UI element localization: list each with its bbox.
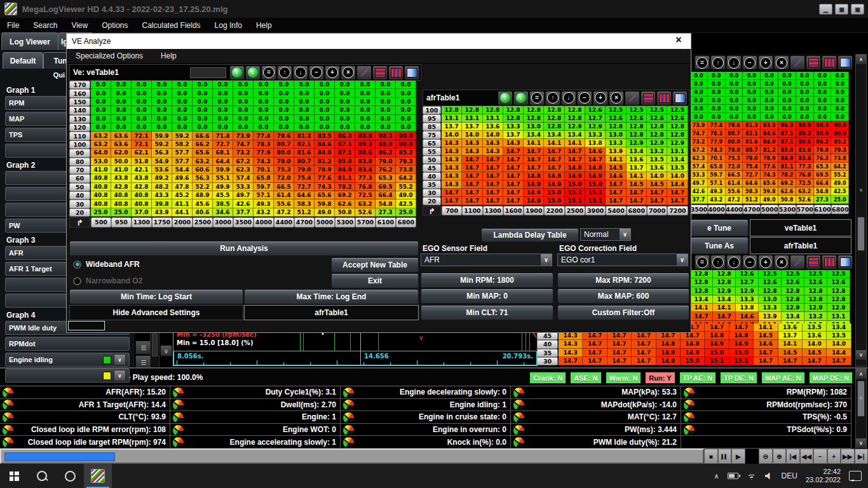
row-header[interactable]: 150 [69, 98, 90, 106]
table-cell[interactable]: 0.0 [233, 123, 254, 132]
table-cell[interactable]: 14.7 [656, 332, 681, 340]
table-cell[interactable]: 15.0 [585, 180, 606, 189]
table-cell[interactable]: 0.0 [233, 115, 254, 123]
table-cell[interactable]: 12.5 [759, 270, 782, 278]
table-cell[interactable]: 14.8 [705, 332, 729, 340]
table-cell[interactable]: 0.0 [213, 89, 233, 97]
table-cell[interactable]: 14.7 [462, 164, 482, 172]
table-cell[interactable]: 69.2 [335, 191, 355, 200]
table-cell[interactable]: 14.9 [524, 180, 544, 189]
menu-view[interactable]: View [64, 18, 95, 32]
table-cell[interactable]: 13.0 [606, 131, 626, 139]
save-tune-as-button[interactable]: Tune As [690, 237, 749, 254]
fast-rewind-button[interactable]: ◀◀ [800, 449, 814, 464]
table-cell[interactable]: 0.0 [315, 81, 335, 89]
table-cell[interactable]: 79.6 [274, 132, 294, 140]
table-cell[interactable]: 79.0 [274, 158, 294, 166]
axis-label[interactable]: 5000 [315, 217, 335, 227]
table-cell[interactable]: 70.1 [708, 154, 726, 163]
table-cell[interactable]: 43.2 [254, 208, 274, 217]
table-cell[interactable]: 59.8 [761, 187, 778, 196]
gauge-cell[interactable]: Closed loop idle RPM error(rpm): 108 [0, 424, 170, 436]
trace-pencil-icon[interactable] [625, 91, 640, 105]
table-cell[interactable]: 50.8 [778, 196, 796, 204]
table-cell[interactable]: 12.9 [627, 139, 647, 147]
gauge-cell[interactable]: TPS(%): -0.5 [681, 411, 851, 423]
log-horizontal-scrollbar[interactable] [0, 449, 704, 464]
table-cell[interactable]: 62.3 [690, 154, 708, 163]
min-map-button[interactable]: Min MAP: 0 [421, 288, 553, 304]
gauge-cell[interactable]: Closed loop idle target RPM(rpm): 974 [0, 436, 170, 448]
table-cell[interactable]: 13.9 [759, 312, 782, 320]
table-cell[interactable]: 66.5 [274, 183, 294, 191]
table-cell[interactable]: 81.1 [335, 174, 355, 182]
table-cell[interactable]: 0.0 [796, 113, 814, 121]
table-cell[interactable]: 69.5 [814, 171, 832, 179]
row-header[interactable]: 130 [69, 115, 90, 123]
table-cell[interactable]: 65.8 [708, 163, 726, 171]
table-cell[interactable]: 14.3 [462, 139, 482, 147]
increase-cells-icon[interactable]: ↑ [545, 91, 560, 105]
table-cell[interactable]: 12.9 [585, 123, 606, 131]
table-cell[interactable]: 50.8 [335, 208, 355, 217]
minus-icon[interactable]: − [577, 91, 592, 105]
table-cell[interactable]: 47.2 [274, 208, 294, 217]
table-cell[interactable]: 65.6 [315, 191, 335, 200]
table-cell[interactable]: 79.0 [743, 154, 761, 163]
table-cell[interactable]: 65.3 [376, 174, 396, 182]
radio-narrowband[interactable]: Narrowband O2 [73, 276, 142, 285]
table-cell[interactable]: 12.6 [782, 278, 804, 287]
row-header[interactable]: 45 [423, 164, 441, 172]
dialog-close-icon[interactable]: × [673, 34, 684, 46]
table-cell[interactable]: 0.0 [152, 89, 172, 97]
table-cell[interactable]: 0.0 [274, 106, 294, 114]
table-cell[interactable]: 13.5 [667, 164, 688, 172]
table-cell[interactable]: 87.1 [335, 149, 355, 157]
taskbar-app-megalogviewer[interactable] [84, 464, 112, 488]
table-cell[interactable]: 45.2 [172, 191, 193, 200]
table-cell[interactable]: 14.7 [667, 197, 688, 205]
table-cell[interactable]: 58.2 [172, 140, 193, 149]
main-vertical-scrollbar[interactable]: ∧ ≡ ∨ [855, 54, 867, 367]
table-cell[interactable]: 14.7 [632, 340, 656, 348]
table-cell[interactable]: 63.2 [193, 158, 213, 166]
table-cell[interactable]: 57.4 [690, 163, 708, 171]
ego-sensor-select[interactable]: AFR ∨ [421, 254, 552, 266]
table-cell[interactable]: 14.8 [729, 332, 754, 340]
table-cell[interactable]: 73.8 [831, 154, 849, 163]
axis-label[interactable]: 6800 [831, 205, 849, 214]
table-cell[interactable]: 0.0 [814, 80, 832, 88]
table-cell[interactable]: 51.2 [743, 196, 761, 204]
table-cell[interactable]: 77.6 [761, 163, 778, 171]
table-cell[interactable]: 40.8 [132, 191, 152, 200]
table-cell[interactable]: 43.8 [111, 174, 132, 182]
row-header[interactable]: 60 [69, 174, 90, 182]
gauge-cell[interactable]: AFR 1 Target(AFR): 14.4 [0, 399, 170, 411]
axis-label[interactable]: 950 [111, 217, 132, 227]
gradient-heatmap-icon[interactable] [672, 91, 688, 105]
table-cell[interactable]: 64.6 [294, 191, 315, 200]
table-cell[interactable]: 14.7 [713, 312, 736, 320]
table-cell[interactable]: 0.0 [132, 123, 152, 132]
table-cell[interactable]: 87.1 [778, 138, 796, 146]
hide-advanced-settings-button[interactable]: Hide Advanced Settings [69, 305, 243, 320]
axis-label[interactable]: 6100 [376, 217, 396, 227]
table-cell[interactable]: 14.7 [544, 164, 564, 172]
table-cell[interactable]: 49.3 [708, 187, 726, 196]
table-cell[interactable]: 53.3 [690, 171, 708, 179]
table-cell[interactable]: 0.0 [315, 123, 335, 132]
table-cell[interactable]: 14.7 [524, 147, 544, 156]
radio-wideband[interactable]: Wideband AFR [73, 260, 140, 269]
table-cell[interactable]: 83.8 [355, 158, 376, 166]
table-cell[interactable]: 14.1 [713, 304, 736, 312]
table-cell[interactable]: 12.9 [713, 287, 736, 295]
row-header[interactable]: 40 [69, 191, 90, 200]
table-cell[interactable]: 14.1 [565, 139, 585, 147]
gauge-cell[interactable]: Knock in(%): 0.0 [341, 436, 511, 448]
table-cell[interactable]: 0.0 [708, 97, 726, 105]
gradient-heatmap-icon[interactable] [404, 65, 419, 80]
axis-label[interactable]: 5300 [778, 205, 796, 214]
run-analysis-button[interactable]: Run Analysis [69, 241, 419, 256]
table-cell[interactable]: 88.0 [376, 140, 396, 149]
table-cell[interactable]: 0.0 [233, 89, 254, 97]
